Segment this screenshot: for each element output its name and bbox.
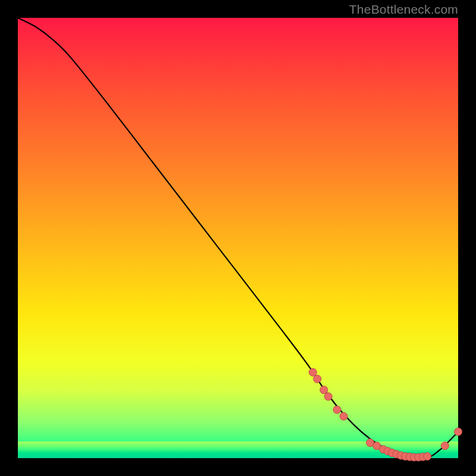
- data-marker: [314, 375, 321, 383]
- data-marker: [424, 453, 431, 461]
- data-marker: [333, 406, 341, 414]
- data-marker: [309, 368, 317, 376]
- chart-svg: [18, 18, 458, 458]
- watermark-text: TheBottleneck.com: [349, 2, 458, 17]
- data-marker: [441, 442, 449, 450]
- data-marker: [320, 386, 328, 394]
- data-marker: [340, 412, 347, 420]
- chart-frame: TheBottleneck.com: [0, 0, 476, 476]
- bottleneck-curve: [18, 18, 458, 459]
- data-marker: [324, 393, 332, 400]
- data-marker: [455, 428, 462, 436]
- plot-area: [18, 18, 458, 458]
- marker-group: [309, 368, 462, 461]
